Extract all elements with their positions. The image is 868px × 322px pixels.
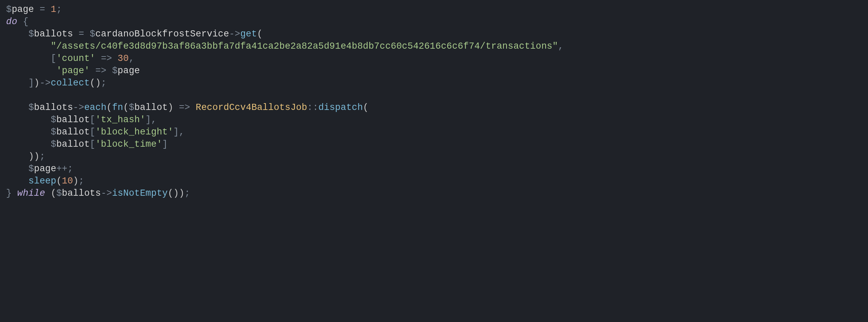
code-token: ]: [173, 127, 179, 137]
code-token: [12, 188, 17, 198]
code-token: (: [257, 29, 262, 39]
code-token: RecordCcv4BallotsJob: [196, 102, 307, 113]
code-line: sleep(10);: [6, 176, 84, 186]
code-token: $: [29, 164, 34, 174]
code-token: ballot: [56, 139, 90, 149]
code-token: )): [29, 151, 40, 162]
code-token: $: [56, 188, 62, 198]
code-token: ]: [29, 78, 34, 88]
code-token: [6, 115, 51, 125]
code-editor-content[interactable]: $page = 1; do { $ballots = $cardanoBlock…: [0, 0, 868, 203]
code-token: [6, 53, 51, 64]
code-token: [6, 151, 29, 162]
code-token: $: [51, 127, 56, 137]
code-token: [95, 53, 101, 64]
code-token: [73, 29, 79, 39]
code-token: cardanoBlockfrostService: [95, 29, 229, 39]
code-token: [6, 66, 56, 76]
code-token: [: [90, 127, 95, 137]
code-token: {: [23, 17, 28, 27]
code-token: page: [118, 66, 140, 76]
code-token: =: [39, 4, 45, 15]
code-token: [112, 53, 118, 64]
code-token: 'tx_hash': [95, 115, 145, 125]
code-token: 'block_time': [95, 139, 162, 149]
code-token: (: [106, 102, 112, 113]
code-token: ]: [145, 115, 151, 125]
code-token: ]: [162, 139, 168, 149]
code-token: [: [90, 115, 95, 125]
code-token: ,: [558, 41, 563, 51]
code-token: [190, 102, 195, 113]
code-token: ++: [56, 164, 68, 174]
code-token: ;: [39, 151, 45, 162]
code-token: $: [6, 4, 12, 15]
code-token: ballots: [62, 188, 101, 198]
code-token: page: [34, 164, 56, 174]
code-token: 30: [118, 53, 129, 64]
code-token: ::: [307, 102, 318, 113]
code-line: $ballots = $cardanoBlockfrostService->ge…: [6, 29, 263, 39]
code-line: ));: [6, 151, 45, 162]
code-token: =>: [179, 102, 190, 113]
code-token: ;: [67, 164, 73, 174]
code-line: do {: [6, 17, 29, 27]
code-token: ,: [151, 115, 157, 125]
code-token: dispatch: [318, 102, 363, 113]
code-token: ->: [73, 102, 84, 113]
code-token: ballots: [34, 29, 73, 39]
code-token: (: [363, 102, 368, 113]
code-token: [: [90, 139, 95, 149]
code-line: $ballot['block_height'],: [6, 127, 185, 137]
code-token: ;: [56, 4, 62, 15]
code-token: ,: [129, 53, 134, 64]
code-token: [6, 127, 51, 137]
code-line: $ballots->each(fn($ballot) => RecordCcv4…: [6, 102, 368, 113]
code-token: ballot: [56, 127, 90, 137]
code-token: $: [90, 29, 95, 39]
code-line: $ballot['block_time']: [6, 139, 168, 149]
code-token: $: [129, 102, 134, 113]
code-token: =: [79, 29, 84, 39]
code-token: [6, 41, 51, 51]
code-token: do: [6, 17, 17, 27]
code-token: sleep: [29, 176, 56, 186]
code-token: ): [34, 78, 39, 88]
code-token: ;: [101, 78, 106, 88]
code-token: ;: [185, 188, 190, 198]
code-line: ])->collect();: [6, 78, 106, 88]
code-line: } while ($ballots->isNotEmpty());: [6, 188, 190, 198]
code-line: $page++;: [6, 164, 73, 174]
code-token: 10: [62, 176, 73, 186]
code-token: [173, 102, 179, 113]
code-token: ballots: [34, 102, 73, 113]
code-token: =>: [95, 66, 106, 76]
code-token: [45, 188, 51, 198]
code-token: ->: [101, 188, 112, 198]
code-token: [6, 102, 29, 113]
code-token: (): [90, 78, 101, 88]
code-token: collect: [51, 78, 90, 88]
code-token: ballot: [134, 102, 168, 113]
code-token: [6, 139, 51, 149]
code-token: [90, 66, 95, 76]
code-token: [: [51, 53, 56, 64]
code-token: 'block_height': [95, 127, 173, 137]
code-token: ->: [229, 29, 240, 39]
code-token: each: [84, 102, 107, 113]
code-token: fn: [112, 102, 123, 113]
code-token: get: [240, 29, 257, 39]
code-line: $ballot['tx_hash'],: [6, 115, 157, 125]
code-token: page: [12, 4, 34, 15]
code-token: ): [168, 102, 173, 113]
code-token: }: [6, 188, 12, 198]
code-line: "/assets/c40fe3d8d97b3af86a3bbfa7dfa41ca…: [6, 41, 563, 51]
code-token: =>: [101, 53, 112, 64]
code-token: [6, 164, 29, 174]
code-token: $: [51, 139, 56, 149]
code-token: ->: [39, 78, 51, 88]
code-token: $: [112, 66, 118, 76]
code-token: ()): [168, 188, 185, 198]
code-token: 1: [51, 4, 56, 15]
code-line: ['count' => 30,: [6, 53, 134, 64]
